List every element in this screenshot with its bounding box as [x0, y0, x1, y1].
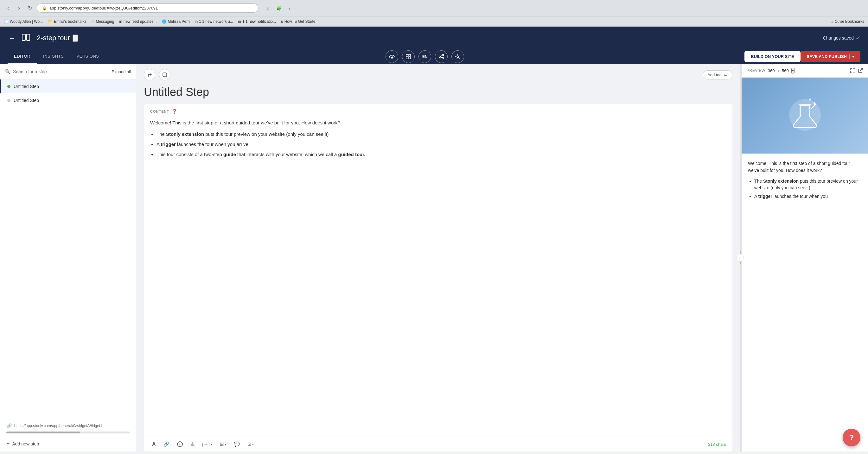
variable-icon: {→}	[202, 442, 210, 447]
menu-btn[interactable]: ⋮	[285, 4, 294, 13]
reload-btn[interactable]: ↻	[25, 4, 34, 13]
step-item-1[interactable]: Untitled Step	[0, 93, 136, 107]
forward-nav-btn[interactable]: ›	[14, 4, 24, 13]
back-button[interactable]: ←	[8, 33, 17, 43]
preview-width: 360	[768, 68, 775, 73]
svg-point-13	[457, 56, 459, 58]
bookmark-5[interactable]: in 1 1 new network u...	[195, 19, 233, 24]
preview-expand-btn[interactable]	[850, 68, 855, 73]
char-count: 318 chars	[708, 442, 726, 447]
link-format-btn[interactable]: 🔗	[161, 440, 172, 448]
text-format-btn[interactable]: A	[150, 440, 158, 448]
sidebar-link[interactable]: 🔗 https://app.stonly.com/app/general/0/w…	[0, 420, 136, 431]
content-bullet-2: This tour consists of a two-step guide t…	[156, 151, 726, 158]
info-format-icon: i	[177, 441, 183, 447]
dimensions-dropdown-btn[interactable]: ▾	[791, 68, 795, 73]
back-nav-btn[interactable]: ‹	[4, 4, 13, 13]
bookmark-6[interactable]: in 1 1 new notificatio...	[238, 19, 276, 24]
step-item-0[interactable]: Untitled Step	[0, 79, 136, 93]
svg-point-10	[442, 57, 444, 59]
sidebar-search-area: 🔍 Expand all	[0, 64, 136, 79]
nav-center-tools: EN	[105, 50, 744, 63]
status-text: Changes saved	[823, 35, 854, 40]
save-publish-btn[interactable]: SAVE AND PUBLISH ▾	[801, 51, 860, 62]
preview-external-btn[interactable]	[858, 68, 863, 73]
app-title: 2-step tour ✏	[37, 34, 78, 42]
bookmark-3[interactable]: in new feed updates...	[119, 19, 156, 24]
info-format-btn[interactable]: i	[175, 440, 185, 448]
star-btn[interactable]: ☆	[264, 4, 273, 13]
browser-actions: ☆ 🧩 ⋮	[264, 4, 294, 13]
link-text: https://app.stonly.com/app/general/0/wid…	[14, 424, 102, 428]
bookmark-2[interactable]: in Messaging	[92, 19, 114, 24]
nav-buttons: ‹ › ↻	[4, 4, 34, 13]
preview-label: PREVIEW	[747, 68, 765, 73]
content-bullet-0: The Stonly extension puts this tour prev…	[156, 130, 726, 138]
size-chevron-icon: ▾	[252, 443, 254, 446]
bold-trigger: trigger	[161, 141, 176, 147]
edit-title-btn[interactable]: ✏	[72, 34, 78, 42]
preview-image	[742, 77, 868, 154]
bookmark-4[interactable]: 🌐 Melissa Perri	[162, 19, 190, 24]
swap-btn[interactable]: ⇄	[144, 69, 155, 80]
size-format-btn[interactable]: ⊡ ▾	[246, 440, 256, 448]
warning-format-btn[interactable]: ⚠	[188, 440, 196, 448]
tab-versions[interactable]: VERSIONS	[70, 50, 105, 64]
content-label: CONTENT	[150, 109, 169, 114]
add-tag-btn[interactable]: Add tag 🏷	[703, 70, 733, 79]
variable-format-btn[interactable]: {→} ▾	[200, 441, 214, 448]
check-icon: ✓	[856, 34, 860, 41]
bookmark-0[interactable]: 📄 Woody Allen | Wo...	[4, 19, 43, 24]
expand-all-btn[interactable]: Expand all	[112, 69, 131, 74]
content-card: CONTENT ❓ Welcome! This is the first ste…	[144, 104, 733, 451]
svg-rect-6	[406, 57, 408, 59]
add-step-btn[interactable]: + Add new step	[0, 436, 136, 451]
bold-guide: guide	[223, 152, 236, 157]
app-logo	[22, 33, 30, 43]
preview-bold-trigger: trigger	[758, 194, 772, 199]
step-title-input[interactable]	[136, 86, 740, 104]
comment-format-btn[interactable]: 💬	[232, 440, 242, 448]
warning-icon: ⚠	[190, 441, 194, 447]
collapse-panel-btn[interactable]: ›	[736, 254, 744, 261]
sidebar-scrollbar-thumb	[6, 431, 80, 433]
step-dot-1	[7, 99, 10, 102]
table-format-btn[interactable]: ⊞ ▾	[218, 440, 228, 448]
language-btn[interactable]: EN	[418, 50, 431, 63]
step-dot-0	[7, 85, 10, 88]
content-header: CONTENT ❓	[144, 104, 733, 117]
share-btn[interactable]	[435, 50, 447, 63]
tab-insights[interactable]: INSIGHTS	[37, 50, 70, 64]
search-icon: 🔍	[5, 69, 10, 74]
preview-intro-text: Welcome! This is the first step of a sho…	[748, 160, 862, 174]
preview-content: Welcome! This is the first step of a sho…	[742, 77, 868, 451]
bold-stonly-extension: Stonly extension	[166, 131, 204, 137]
preview-list: The Stonly extension puts this tour prev…	[748, 178, 862, 200]
comment-icon: 💬	[234, 441, 240, 447]
help-fab-btn[interactable]: ?	[843, 429, 860, 446]
content-intro: Welcome! This is the first step of a sho…	[150, 119, 726, 127]
content-bullet-1: A trigger launches the tour when you arr…	[156, 140, 726, 148]
build-on-site-btn[interactable]: BUILD ON YOUR SITE	[744, 51, 800, 62]
svg-line-11	[441, 56, 442, 56]
address-bar[interactable]: 🔒 app.stonly.com/app/guidedtour/XlwxjzeQ…	[37, 3, 258, 13]
bookmark-1[interactable]: 📁 Emilia's bookmarks	[48, 19, 87, 24]
panel-divider[interactable]: ›	[740, 64, 741, 451]
copy-btn[interactable]	[159, 69, 170, 80]
content-body[interactable]: Welcome! This is the first step of a sho…	[144, 117, 733, 436]
svg-line-16	[860, 68, 863, 71]
sidebar-scrollbar[interactable]	[6, 431, 130, 433]
extensions-btn[interactable]: 🧩	[274, 4, 283, 13]
bookmark-7[interactable]: u How To Get Starte...	[281, 19, 319, 24]
content-list: The Stonly extension puts this tour prev…	[150, 130, 726, 158]
tab-editor[interactable]: EDITOR	[8, 50, 37, 64]
preview-btn[interactable]	[385, 50, 398, 63]
grid-btn[interactable]	[402, 50, 415, 63]
sidebar: 🔍 Expand all Untitled Step Untitled Step…	[0, 64, 136, 451]
main-layout: 🔍 Expand all Untitled Step Untitled Step…	[0, 64, 868, 451]
search-input[interactable]	[13, 69, 112, 74]
bookmarks-bar: 📄 Woody Allen | Wo... 📁 Emilia's bookmar…	[0, 17, 868, 27]
settings-btn[interactable]	[452, 50, 464, 63]
content-info-icon[interactable]: ❓	[172, 109, 177, 114]
bookmark-8[interactable]: » Other Bookmarks	[831, 19, 864, 24]
